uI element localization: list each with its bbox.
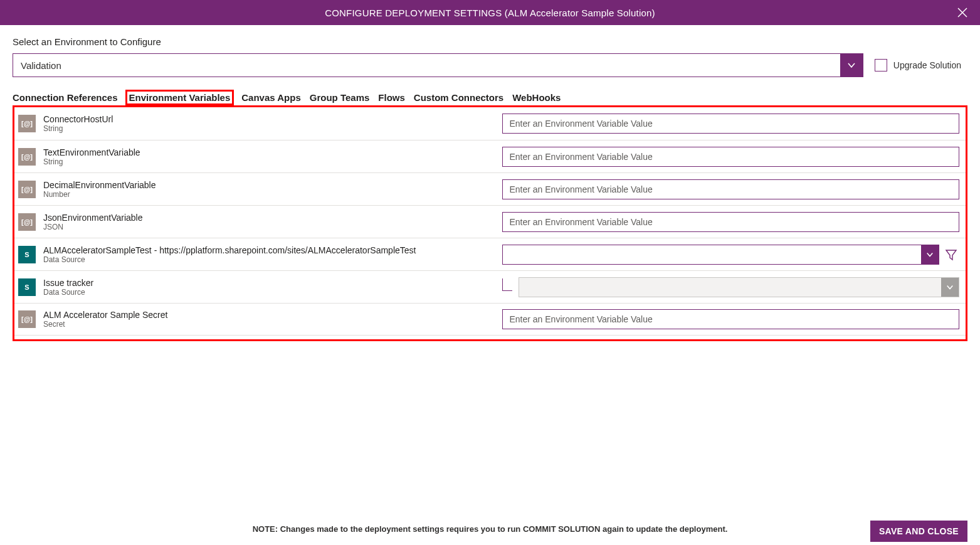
- variable-row: [@]DecimalEnvironmentVariableNumber: [14, 172, 966, 205]
- sharepoint-icon: S: [18, 278, 36, 296]
- tab-env[interactable]: Environment Variables: [127, 91, 233, 104]
- variable-icon: [@]: [18, 213, 36, 231]
- dialog-title: CONFIGURE DEPLOYMENT SETTINGS (ALM Accel…: [325, 8, 655, 18]
- variable-row: [@]TextEnvironmentVariableString: [14, 140, 966, 172]
- tree-connector-icon: [502, 278, 512, 291]
- variable-input-area: [502, 212, 959, 232]
- variable-icon: [@]: [18, 310, 36, 328]
- close-icon: [957, 7, 968, 18]
- variable-name: ALMAcceleratorSampleTest - https://pplat…: [43, 245, 495, 255]
- variable-meta: ALM Accelerator Sample SecretSecret: [43, 310, 495, 329]
- variable-meta: ALMAcceleratorSampleTest - https://pplat…: [43, 245, 495, 264]
- upgrade-solution-toggle[interactable]: Upgrade Solution: [875, 59, 967, 71]
- upgrade-solution-checkbox[interactable]: [875, 59, 887, 71]
- variable-type: Data Source: [43, 255, 495, 264]
- tab-cc[interactable]: Custom Connectors: [414, 91, 503, 104]
- tab-conn[interactable]: Connection References: [13, 91, 118, 104]
- variable-type: String: [43, 124, 495, 133]
- environment-select-label: Select an Environment to Configure: [13, 36, 967, 47]
- variable-name: ConnectorHostUrl: [43, 114, 495, 124]
- close-button[interactable]: [954, 4, 971, 21]
- variable-row: [@]JsonEnvironmentVariableJSON: [14, 205, 966, 238]
- tab-wh[interactable]: WebHooks: [512, 91, 561, 104]
- variable-datasource-select-disabled: [519, 277, 959, 297]
- variable-datasource-select[interactable]: [502, 245, 939, 265]
- variable-icon: [@]: [18, 115, 36, 132]
- variable-value-input[interactable]: [502, 309, 959, 329]
- variable-type: String: [43, 157, 495, 166]
- variable-name: DecimalEnvironmentVariable: [43, 180, 495, 190]
- variable-input-area: [502, 114, 959, 134]
- sharepoint-icon: S: [18, 246, 36, 263]
- variable-input-area: [502, 309, 959, 329]
- variable-value-input[interactable]: [502, 212, 959, 232]
- variable-name: TextEnvironmentVariable: [43, 147, 495, 157]
- variable-input-area: [502, 179, 959, 199]
- variable-input-area: [502, 147, 959, 167]
- variable-row: SALMAcceleratorSampleTest - https://ppla…: [14, 238, 966, 270]
- variable-value-input[interactable]: [502, 114, 959, 134]
- environment-select-value: Validation: [13, 54, 840, 77]
- variable-meta: ConnectorHostUrlString: [43, 114, 495, 133]
- variable-meta: Issue trackerData Source: [43, 278, 495, 297]
- settings-tabs: Connection ReferencesEnvironment Variabl…: [13, 91, 967, 104]
- chevron-down-icon: [840, 54, 863, 77]
- variable-value-input[interactable]: [502, 179, 959, 199]
- tab-grp[interactable]: Group Teams: [310, 91, 370, 104]
- tab-flow[interactable]: Flows: [378, 91, 405, 104]
- variable-value-input[interactable]: [502, 147, 959, 167]
- chevron-down-icon: [941, 278, 959, 297]
- environment-select[interactable]: Validation: [13, 53, 863, 77]
- variable-row: [@]ALM Accelerator Sample SecretSecret: [14, 303, 966, 336]
- environment-variables-grid: [@]ConnectorHostUrlString[@]TextEnvironm…: [13, 105, 967, 341]
- variable-name: JsonEnvironmentVariable: [43, 213, 495, 223]
- variable-name: ALM Accelerator Sample Secret: [43, 310, 495, 320]
- variable-meta: JsonEnvironmentVariableJSON: [43, 213, 495, 231]
- variable-type: Data Source: [43, 288, 495, 297]
- variable-row: SIssue trackerData Source: [14, 270, 966, 303]
- variable-meta: TextEnvironmentVariableString: [43, 147, 495, 166]
- chevron-down-icon: [921, 245, 939, 264]
- filter-icon[interactable]: [943, 246, 959, 263]
- tab-apps[interactable]: Canvas Apps: [241, 91, 300, 104]
- upgrade-solution-label: Upgrade Solution: [893, 60, 961, 70]
- variable-name: Issue tracker: [43, 278, 495, 288]
- variable-icon: [@]: [18, 181, 36, 198]
- svg-marker-2: [946, 250, 956, 260]
- variable-icon: [@]: [18, 148, 36, 166]
- variable-type: JSON: [43, 223, 495, 231]
- variable-meta: DecimalEnvironmentVariableNumber: [43, 180, 495, 199]
- variable-input-area: [502, 245, 959, 265]
- variable-row: [@]ConnectorHostUrlString: [14, 107, 966, 140]
- variable-type: Number: [43, 190, 495, 199]
- dialog-header: CONFIGURE DEPLOYMENT SETTINGS (ALM Accel…: [0, 0, 980, 25]
- variable-input-area: [502, 277, 959, 297]
- variable-type: Secret: [43, 320, 495, 329]
